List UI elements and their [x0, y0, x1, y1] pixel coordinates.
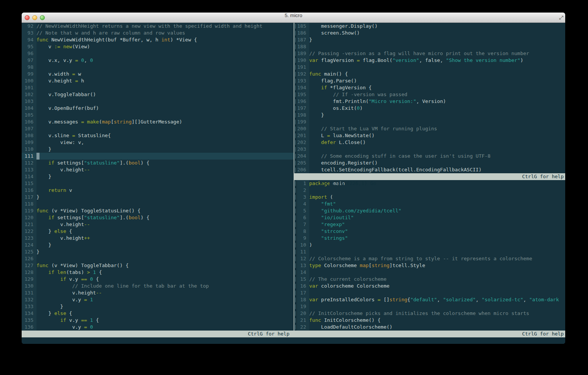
code-line[interactable]: 115 [22, 180, 294, 187]
code-line[interactable]: |194 if *flagVersion { [294, 84, 565, 91]
code-line[interactable]: 134 } else { [22, 310, 294, 317]
code-line[interactable]: |185 messenger.Display() [294, 23, 565, 30]
code-line[interactable]: 98 [22, 64, 294, 71]
code-line[interactable]: |195 // If -version was passed [294, 91, 565, 98]
line-number: 206 [297, 166, 309, 173]
code-line[interactable]: 124 } [22, 242, 294, 248]
code-line[interactable]: 118 [22, 201, 294, 207]
code-line[interactable]: |6 "io/ioutil" [294, 214, 565, 221]
code-line[interactable]: 112 if settings["statusline"].(bool) { [22, 160, 294, 166]
code-line[interactable]: |15// The current colorscheme [294, 276, 565, 283]
code-line[interactable]: 109 view: v, [22, 139, 294, 146]
code-line[interactable]: |14 [294, 269, 565, 276]
code-line[interactable]: 116 return v [22, 187, 294, 194]
code-line[interactable]: 92// NewViewWidthHeight returns a new vi… [22, 23, 294, 30]
code-line[interactable]: 108 v.sline = Statusline{ [22, 132, 294, 139]
code-line[interactable]: |198 } [294, 112, 565, 119]
code-line[interactable]: 125} [22, 248, 294, 255]
code-line[interactable]: |13type Colorscheme map[string]tcell.Sty… [294, 262, 565, 269]
code-line[interactable]: |22 LoadDefaultColorscheme() [294, 324, 565, 331]
code-line[interactable]: |187} [294, 36, 565, 43]
code-line[interactable]: 126 [22, 255, 294, 262]
code-line[interactable]: 100 v.height = h [22, 78, 294, 84]
code-line[interactable]: |20// InitColorscheme picks and initiali… [294, 310, 565, 317]
code-line[interactable]: 123 v.height++ [22, 235, 294, 242]
code-line[interactable]: 105 [22, 112, 294, 119]
code-line[interactable]: |18var preInstalledColors = []string{"de… [294, 296, 565, 303]
code-line[interactable]: 93// Note that w and h are raw column an… [22, 30, 294, 36]
line-number: 125 [22, 248, 36, 255]
code-line[interactable]: |19 [294, 303, 565, 310]
editor-pane-micro-go[interactable]: |185 messenger.Display()|186 screen.Show… [294, 23, 565, 173]
code-line[interactable]: |201 L = lua.NewState() [294, 132, 565, 139]
code-token [87, 276, 90, 282]
code-line[interactable]: |200 // Start the Lua VM for running plu… [294, 125, 565, 132]
code-line[interactable]: |205 encoding.Register() [294, 160, 565, 166]
code-line[interactable]: |193 flag.Parse() [294, 78, 565, 84]
code-line[interactable]: |191 [294, 64, 565, 71]
code-line[interactable]: 131 v.height-- [22, 290, 294, 296]
code-line[interactable]: |9 "strings" [294, 235, 565, 242]
code-line[interactable]: 111 [22, 153, 294, 160]
code-line[interactable]: |3import ( [294, 194, 565, 201]
code-line[interactable]: |8 "strconv" [294, 228, 565, 235]
line-number: 11 [297, 248, 309, 255]
code-line[interactable]: 110 } [22, 146, 294, 153]
code-line[interactable]: |17 [294, 290, 565, 296]
code-line[interactable]: |16var colorscheme Colorscheme [294, 283, 565, 290]
code-line[interactable]: |21func InitColorscheme() { [294, 317, 565, 324]
code-line[interactable]: 103 [22, 98, 294, 105]
code-line[interactable]: |4 "fmt" [294, 201, 565, 207]
code-line[interactable]: |206 tcell.SetEncodingFallback(tcell.Enc… [294, 166, 565, 173]
code-line[interactable]: |204 // Some encoding stuff in case the … [294, 153, 565, 160]
code-line[interactable]: 113 v.height-- [22, 166, 294, 173]
code-line[interactable]: 129 if v.y == 0 { [22, 276, 294, 283]
code-line[interactable]: |192func main() { [294, 71, 565, 78]
code-line[interactable]: |196 fmt.Println("Micro version:", Versi… [294, 98, 565, 105]
code-token: } [309, 37, 312, 43]
code-line[interactable]: 104 v.OpenBuffer(buf) [22, 105, 294, 112]
code-line[interactable]: 130 // Include one line for the tab bar … [22, 283, 294, 290]
code-line[interactable]: 120 if settings["statusline"].(bool) { [22, 214, 294, 221]
window-titlebar[interactable]: 5. micro ⤢ [22, 13, 565, 23]
editor-pane-colorscheme-go[interactable]: |1package main|2|3import (|4 "fmt"|5 "gi… [294, 180, 565, 331]
code-line[interactable]: 128 if len(tabs) > 1 { [22, 269, 294, 276]
code-line[interactable]: 114 } [22, 173, 294, 180]
code-line[interactable]: |203 [294, 146, 565, 153]
code-line[interactable]: |11 [294, 248, 565, 255]
code-line[interactable]: 107 [22, 125, 294, 132]
fullscreen-icon[interactable]: ⤢ [559, 14, 563, 21]
code-line[interactable]: |5 "github.com/zyedidia/tcell" [294, 207, 565, 214]
code-line[interactable]: 99 v.width = w [22, 71, 294, 78]
code-line[interactable]: |7 "regexp" [294, 221, 565, 228]
code-line[interactable]: |189// Passing -version as a flag will h… [294, 50, 565, 57]
code-line[interactable]: 121 v.height-- [22, 221, 294, 228]
code-line[interactable]: 102 v.ToggleTabbar() [22, 91, 294, 98]
code-line[interactable]: 119func (v *View) ToggleStatusLine() { [22, 207, 294, 214]
editor-pane-view-go[interactable]: 92// NewViewWidthHeight returns a new vi… [22, 23, 294, 331]
code-line[interactable]: 135 if v.y == 1 { [22, 317, 294, 324]
code-line[interactable]: 106 v.messages = make(map[string][]Gutte… [22, 119, 294, 125]
code-line[interactable]: |202 defer L.Close() [294, 139, 565, 146]
code-line[interactable]: |199 [294, 119, 565, 125]
code-line[interactable]: 133 } [22, 303, 294, 310]
code-line[interactable]: 101 [22, 84, 294, 91]
code-line[interactable]: 97 v.x, v.y = 0, 0 [22, 57, 294, 64]
command-message-bar[interactable] [22, 337, 565, 344]
code-line[interactable]: |190var flagVersion = flag.Bool("version… [294, 57, 565, 64]
code-line[interactable]: 127func (v *View) ToggleTabbar() { [22, 262, 294, 269]
code-line[interactable]: 117} [22, 194, 294, 201]
code-line[interactable]: 136 v.y = 0 [22, 324, 294, 331]
code-line[interactable]: 95 v := new(View) [22, 43, 294, 50]
code-line[interactable]: |2 [294, 187, 565, 194]
code-line[interactable]: |197 os.Exit(0) [294, 105, 565, 112]
code-line[interactable]: 94func NewViewWidthHeight(buf *Buffer, w… [22, 36, 294, 43]
code-line[interactable]: 132 v.y = 1 [22, 296, 294, 303]
code-line[interactable]: |10) [294, 242, 565, 248]
code-line[interactable]: 122 } else { [22, 228, 294, 235]
code-line[interactable]: 96 [22, 50, 294, 57]
split-divider-glyph: | [294, 317, 297, 324]
code-line[interactable]: |188 [294, 43, 565, 50]
code-line[interactable]: |12// Colorscheme is a map from string t… [294, 255, 565, 262]
code-line[interactable]: |186 screen.Show() [294, 30, 565, 36]
